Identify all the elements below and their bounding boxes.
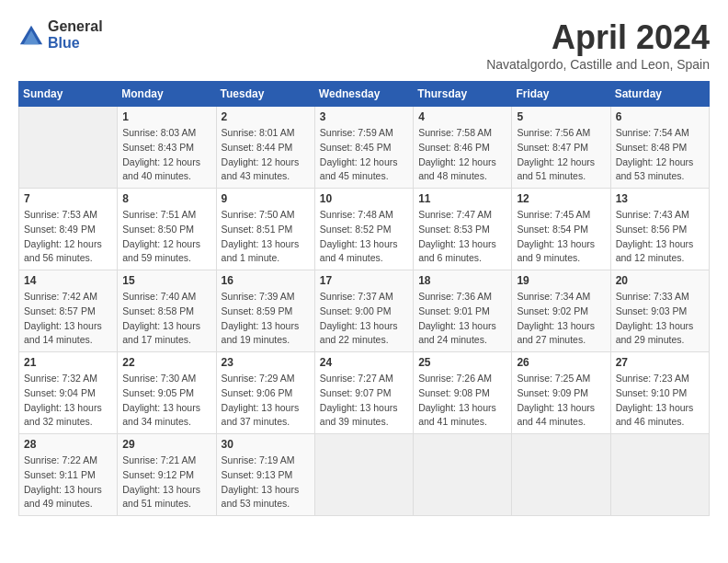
- calendar-cell: 6 Sunrise: 7:54 AMSunset: 8:48 PMDayligh…: [610, 107, 709, 189]
- day-info: Sunrise: 7:54 AMSunset: 8:48 PMDaylight:…: [616, 126, 704, 184]
- calendar-cell: [19, 107, 118, 189]
- logo-general: General: [48, 18, 103, 35]
- calendar-cell: 27 Sunrise: 7:23 AMSunset: 9:10 PMDaylig…: [610, 352, 709, 434]
- calendar-cell: 7 Sunrise: 7:53 AMSunset: 8:49 PMDayligh…: [19, 189, 118, 270]
- day-info: Sunrise: 7:27 AMSunset: 9:07 PMDaylight:…: [320, 372, 408, 430]
- day-info: Sunrise: 7:56 AMSunset: 8:47 PMDaylight:…: [517, 126, 605, 184]
- logo-blue: Blue: [48, 35, 103, 52]
- day-info: Sunrise: 7:48 AMSunset: 8:52 PMDaylight:…: [320, 208, 408, 266]
- day-info: Sunrise: 7:37 AMSunset: 9:00 PMDaylight:…: [320, 290, 408, 348]
- calendar-cell: [314, 434, 413, 516]
- day-number: 4: [418, 110, 506, 123]
- day-number: 2: [222, 110, 310, 123]
- day-info: Sunrise: 7:19 AMSunset: 9:13 PMDaylight:…: [222, 454, 310, 511]
- day-number: 21: [24, 356, 112, 369]
- calendar-table: SundayMondayTuesdayWednesdayThursdayFrid…: [18, 81, 710, 516]
- logo-text: General Blue: [48, 18, 103, 51]
- day-number: 6: [616, 110, 704, 123]
- day-number: 5: [517, 110, 605, 123]
- calendar-cell: 25 Sunrise: 7:26 AMSunset: 9:08 PMDaylig…: [414, 352, 512, 434]
- day-number: 14: [24, 274, 112, 287]
- calendar-cell: 11 Sunrise: 7:47 AMSunset: 8:53 PMDaylig…: [414, 189, 512, 270]
- day-number: 23: [222, 356, 310, 369]
- month-title: April 2024: [486, 18, 710, 57]
- day-info: Sunrise: 7:47 AMSunset: 8:53 PMDaylight:…: [418, 208, 506, 266]
- day-info: Sunrise: 8:03 AMSunset: 8:43 PMDaylight:…: [122, 126, 210, 184]
- calendar-cell: 17 Sunrise: 7:37 AMSunset: 9:00 PMDaylig…: [314, 270, 413, 352]
- calendar-cell: 29 Sunrise: 7:21 AMSunset: 9:12 PMDaylig…: [118, 434, 216, 516]
- logo: General Blue: [18, 18, 103, 51]
- calendar-cell: 10 Sunrise: 7:48 AMSunset: 8:52 PMDaylig…: [314, 189, 413, 270]
- calendar-cell: 5 Sunrise: 7:56 AMSunset: 8:47 PMDayligh…: [512, 107, 610, 189]
- calendar-week-row: 7 Sunrise: 7:53 AMSunset: 8:49 PMDayligh…: [19, 189, 710, 270]
- day-number: 11: [418, 192, 506, 205]
- page-header: General Blue April 2024 Navatalgordo, Ca…: [18, 18, 710, 72]
- weekday-header: Sunday: [19, 82, 118, 107]
- day-info: Sunrise: 7:42 AMSunset: 8:57 PMDaylight:…: [24, 290, 112, 348]
- day-info: Sunrise: 7:21 AMSunset: 9:12 PMDaylight:…: [122, 454, 210, 511]
- calendar-cell: 21 Sunrise: 7:32 AMSunset: 9:04 PMDaylig…: [19, 352, 118, 434]
- day-info: Sunrise: 7:23 AMSunset: 9:10 PMDaylight:…: [616, 372, 704, 430]
- calendar-cell: 12 Sunrise: 7:45 AMSunset: 8:54 PMDaylig…: [512, 189, 610, 270]
- day-number: 24: [320, 356, 408, 369]
- day-number: 27: [616, 356, 704, 369]
- day-info: Sunrise: 7:26 AMSunset: 9:08 PMDaylight:…: [418, 372, 506, 430]
- day-number: 22: [122, 356, 210, 369]
- day-info: Sunrise: 7:45 AMSunset: 8:54 PMDaylight:…: [517, 208, 605, 266]
- day-info: Sunrise: 7:40 AMSunset: 8:58 PMDaylight:…: [122, 290, 210, 348]
- day-number: 10: [320, 192, 408, 205]
- day-number: 20: [616, 274, 704, 287]
- day-info: Sunrise: 7:30 AMSunset: 9:05 PMDaylight:…: [122, 372, 210, 430]
- calendar-cell: 4 Sunrise: 7:58 AMSunset: 8:46 PMDayligh…: [414, 107, 512, 189]
- calendar-cell: 16 Sunrise: 7:39 AMSunset: 8:59 PMDaylig…: [216, 270, 314, 352]
- day-info: Sunrise: 7:50 AMSunset: 8:51 PMDaylight:…: [222, 208, 310, 266]
- day-info: Sunrise: 7:39 AMSunset: 8:59 PMDaylight:…: [222, 290, 310, 348]
- day-number: 7: [24, 192, 112, 205]
- day-info: Sunrise: 7:36 AMSunset: 9:01 PMDaylight:…: [418, 290, 506, 348]
- day-info: Sunrise: 7:34 AMSunset: 9:02 PMDaylight:…: [517, 290, 605, 348]
- location: Navatalgordo, Castille and Leon, Spain: [486, 57, 710, 72]
- calendar-week-row: 14 Sunrise: 7:42 AMSunset: 8:57 PMDaylig…: [19, 270, 710, 352]
- calendar-cell: 22 Sunrise: 7:30 AMSunset: 9:05 PMDaylig…: [118, 352, 216, 434]
- day-number: 29: [122, 438, 210, 451]
- calendar-cell: [610, 434, 709, 516]
- weekday-header: Thursday: [414, 82, 512, 107]
- calendar-cell: 14 Sunrise: 7:42 AMSunset: 8:57 PMDaylig…: [19, 270, 118, 352]
- calendar-cell: 13 Sunrise: 7:43 AMSunset: 8:56 PMDaylig…: [610, 189, 709, 270]
- day-number: 1: [122, 110, 210, 123]
- calendar-cell: 20 Sunrise: 7:33 AMSunset: 9:03 PMDaylig…: [610, 270, 709, 352]
- day-number: 3: [320, 110, 408, 123]
- day-number: 15: [122, 274, 210, 287]
- day-number: 30: [222, 438, 310, 451]
- day-info: Sunrise: 7:33 AMSunset: 9:03 PMDaylight:…: [616, 290, 704, 348]
- calendar-cell: 19 Sunrise: 7:34 AMSunset: 9:02 PMDaylig…: [512, 270, 610, 352]
- weekday-header: Monday: [118, 82, 216, 107]
- weekday-header-row: SundayMondayTuesdayWednesdayThursdayFrid…: [19, 82, 710, 107]
- calendar-cell: 2 Sunrise: 8:01 AMSunset: 8:44 PMDayligh…: [216, 107, 314, 189]
- day-info: Sunrise: 7:22 AMSunset: 9:11 PMDaylight:…: [24, 454, 112, 511]
- day-info: Sunrise: 8:01 AMSunset: 8:44 PMDaylight:…: [222, 126, 310, 184]
- weekday-header: Saturday: [610, 82, 709, 107]
- day-number: 26: [517, 356, 605, 369]
- day-number: 19: [517, 274, 605, 287]
- calendar-week-row: 1 Sunrise: 8:03 AMSunset: 8:43 PMDayligh…: [19, 107, 710, 189]
- calendar-cell: 1 Sunrise: 8:03 AMSunset: 8:43 PMDayligh…: [118, 107, 216, 189]
- weekday-header: Wednesday: [314, 82, 413, 107]
- calendar-week-row: 21 Sunrise: 7:32 AMSunset: 9:04 PMDaylig…: [19, 352, 710, 434]
- calendar-week-row: 28 Sunrise: 7:22 AMSunset: 9:11 PMDaylig…: [19, 434, 710, 516]
- day-number: 8: [122, 192, 210, 205]
- calendar-cell: 24 Sunrise: 7:27 AMSunset: 9:07 PMDaylig…: [314, 352, 413, 434]
- day-number: 13: [616, 192, 704, 205]
- calendar-cell: 28 Sunrise: 7:22 AMSunset: 9:11 PMDaylig…: [19, 434, 118, 516]
- day-info: Sunrise: 7:58 AMSunset: 8:46 PMDaylight:…: [418, 126, 506, 184]
- day-info: Sunrise: 7:51 AMSunset: 8:50 PMDaylight:…: [122, 208, 210, 266]
- weekday-header: Tuesday: [216, 82, 314, 107]
- calendar-cell: 15 Sunrise: 7:40 AMSunset: 8:58 PMDaylig…: [118, 270, 216, 352]
- calendar-cell: 23 Sunrise: 7:29 AMSunset: 9:06 PMDaylig…: [216, 352, 314, 434]
- day-info: Sunrise: 7:32 AMSunset: 9:04 PMDaylight:…: [24, 372, 112, 430]
- calendar-cell: 26 Sunrise: 7:25 AMSunset: 9:09 PMDaylig…: [512, 352, 610, 434]
- calendar-cell: 18 Sunrise: 7:36 AMSunset: 9:01 PMDaylig…: [414, 270, 512, 352]
- day-number: 28: [24, 438, 112, 451]
- day-number: 9: [222, 192, 310, 205]
- day-number: 12: [517, 192, 605, 205]
